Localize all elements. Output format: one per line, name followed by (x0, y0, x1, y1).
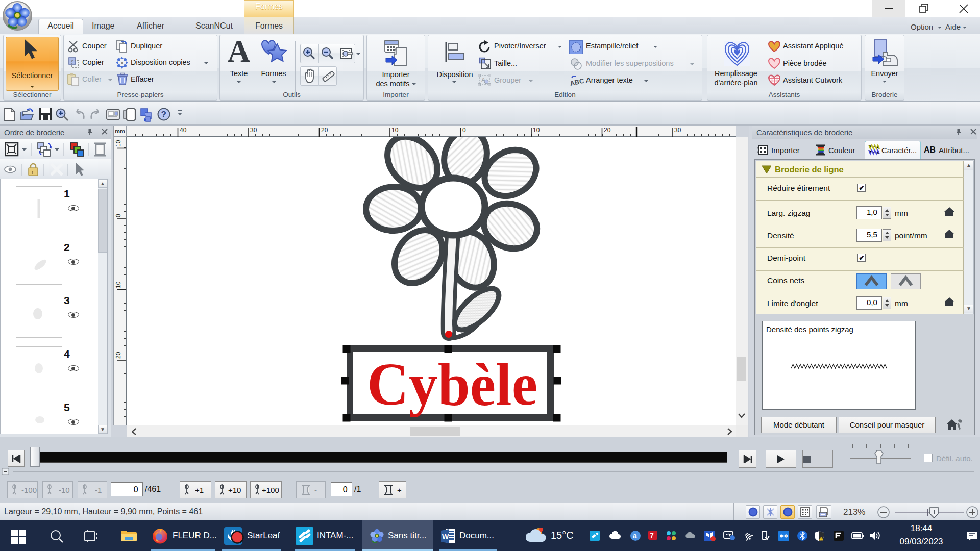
svg-text:+10: +10 (228, 486, 241, 494)
svg-text:+1: +1 (195, 486, 204, 494)
svg-text:-1: -1 (95, 486, 102, 494)
svg-text:?: ? (161, 110, 166, 119)
svg-text:30: 30 (674, 127, 681, 134)
svg-text:10: 10 (115, 140, 122, 147)
svg-text:7: 7 (650, 532, 654, 539)
svg-text:10: 10 (115, 281, 122, 288)
svg-text:ABC: ABC (569, 77, 584, 87)
svg-text:a: a (633, 532, 637, 540)
svg-text:20: 20 (115, 352, 122, 359)
svg-text:+100: +100 (262, 486, 279, 494)
svg-text:30: 30 (250, 127, 257, 134)
svg-text:0: 0 (462, 127, 466, 134)
svg-text:!: ! (820, 538, 821, 541)
svg-text:-10: -10 (59, 486, 70, 494)
svg-text:+: + (397, 486, 402, 494)
svg-text:-: - (314, 486, 317, 494)
svg-text:Cybèle: Cybèle (367, 350, 537, 418)
svg-text:-100: -100 (21, 486, 37, 494)
svg-text:20: 20 (321, 127, 328, 134)
svg-text:20: 20 (604, 127, 611, 134)
svg-text:W: W (442, 533, 449, 541)
svg-text:10: 10 (391, 127, 399, 134)
svg-text:r: r (32, 169, 34, 175)
svg-text:0: 0 (115, 214, 122, 217)
svg-text:10: 10 (533, 127, 540, 134)
svg-text:40: 40 (180, 127, 187, 134)
